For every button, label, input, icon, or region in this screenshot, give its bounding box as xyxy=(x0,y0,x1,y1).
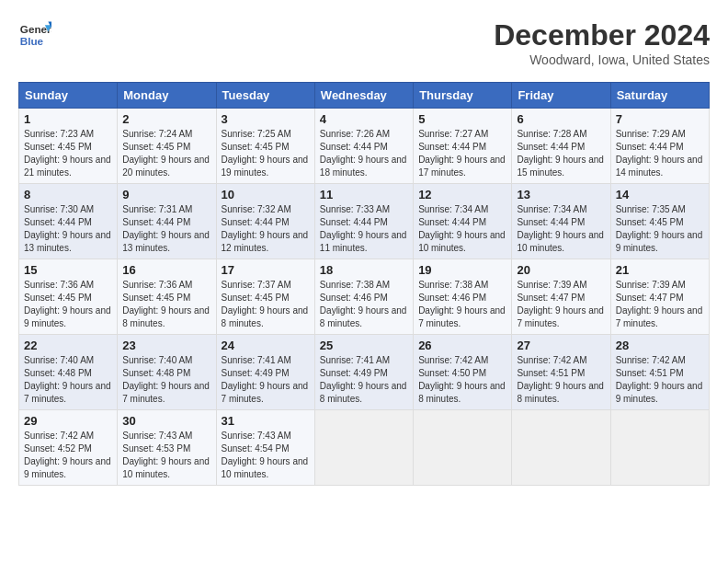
weekday-header-row: SundayMondayTuesdayWednesdayThursdayFrid… xyxy=(19,83,710,109)
calendar-cell: 3Sunrise: 7:25 AM Sunset: 4:45 PM Daylig… xyxy=(216,109,314,184)
day-info: Sunrise: 7:43 AM Sunset: 4:54 PM Dayligh… xyxy=(222,430,310,481)
calendar-cell: 13Sunrise: 7:34 AM Sunset: 4:44 PM Dayli… xyxy=(512,184,610,259)
calendar-cell: 31Sunrise: 7:43 AM Sunset: 4:54 PM Dayli… xyxy=(216,410,314,486)
day-number: 7 xyxy=(616,112,704,126)
calendar-cell: 18Sunrise: 7:38 AM Sunset: 4:46 PM Dayli… xyxy=(314,259,413,335)
day-info: Sunrise: 7:23 AM Sunset: 4:45 PM Dayligh… xyxy=(24,128,112,179)
day-info: Sunrise: 7:33 AM Sunset: 4:44 PM Dayligh… xyxy=(320,203,408,255)
day-number: 2 xyxy=(122,112,210,126)
weekday-header-tuesday: Tuesday xyxy=(216,83,314,109)
day-info: Sunrise: 7:32 AM Sunset: 4:44 PM Dayligh… xyxy=(222,203,310,255)
day-info: Sunrise: 7:42 AM Sunset: 4:50 PM Dayligh… xyxy=(418,354,506,406)
day-number: 16 xyxy=(122,263,210,277)
day-info: Sunrise: 7:34 AM Sunset: 4:44 PM Dayligh… xyxy=(418,203,506,255)
page-header: General Blue December 2024 Woodward, Iow… xyxy=(18,18,710,67)
day-info: Sunrise: 7:41 AM Sunset: 4:49 PM Dayligh… xyxy=(320,354,408,406)
weekday-header-wednesday: Wednesday xyxy=(314,83,413,109)
svg-text:General: General xyxy=(20,23,51,35)
day-info: Sunrise: 7:28 AM Sunset: 4:44 PM Dayligh… xyxy=(517,128,605,179)
title-block: December 2024 Woodward, Iowa, United Sta… xyxy=(494,18,710,67)
day-info: Sunrise: 7:39 AM Sunset: 4:47 PM Dayligh… xyxy=(517,279,605,330)
calendar-cell: 12Sunrise: 7:34 AM Sunset: 4:44 PM Dayli… xyxy=(414,184,512,259)
weekday-header-monday: Monday xyxy=(118,83,216,109)
calendar-cell: 30Sunrise: 7:43 AM Sunset: 4:53 PM Dayli… xyxy=(118,410,216,486)
calendar-cell: 11Sunrise: 7:33 AM Sunset: 4:44 PM Dayli… xyxy=(314,184,413,259)
day-number: 29 xyxy=(24,414,112,428)
calendar-table: SundayMondayTuesdayWednesdayThursdayFrid… xyxy=(18,82,710,486)
day-number: 3 xyxy=(222,112,310,126)
day-info: Sunrise: 7:38 AM Sunset: 4:46 PM Dayligh… xyxy=(320,279,408,330)
logo: General Blue xyxy=(18,18,51,52)
day-number: 31 xyxy=(222,414,310,428)
calendar-cell xyxy=(314,410,413,486)
calendar-cell: 25Sunrise: 7:41 AM Sunset: 4:49 PM Dayli… xyxy=(314,335,413,410)
day-number: 9 xyxy=(122,188,210,201)
weekday-header-saturday: Saturday xyxy=(610,83,709,109)
calendar-cell: 20Sunrise: 7:39 AM Sunset: 4:47 PM Dayli… xyxy=(512,259,610,335)
weekday-header-sunday: Sunday xyxy=(19,83,118,109)
day-number: 10 xyxy=(222,188,310,201)
day-info: Sunrise: 7:42 AM Sunset: 4:51 PM Dayligh… xyxy=(616,354,704,406)
calendar-cell: 14Sunrise: 7:35 AM Sunset: 4:45 PM Dayli… xyxy=(610,184,709,259)
calendar-cell xyxy=(610,410,709,486)
calendar-cell: 24Sunrise: 7:41 AM Sunset: 4:49 PM Dayli… xyxy=(216,335,314,410)
calendar-cell: 15Sunrise: 7:36 AM Sunset: 4:45 PM Dayli… xyxy=(19,259,118,335)
day-number: 23 xyxy=(122,339,210,352)
day-info: Sunrise: 7:40 AM Sunset: 4:48 PM Dayligh… xyxy=(122,354,210,406)
calendar-cell: 6Sunrise: 7:28 AM Sunset: 4:44 PM Daylig… xyxy=(512,109,610,184)
day-number: 18 xyxy=(320,263,408,277)
calendar-cell: 22Sunrise: 7:40 AM Sunset: 4:48 PM Dayli… xyxy=(19,335,118,410)
week-row-1: 1Sunrise: 7:23 AM Sunset: 4:45 PM Daylig… xyxy=(19,109,710,184)
day-number: 20 xyxy=(517,263,605,277)
calendar-cell: 9Sunrise: 7:31 AM Sunset: 4:44 PM Daylig… xyxy=(118,184,216,259)
day-number: 21 xyxy=(616,263,704,277)
day-info: Sunrise: 7:31 AM Sunset: 4:44 PM Dayligh… xyxy=(122,203,210,255)
calendar-cell: 28Sunrise: 7:42 AM Sunset: 4:51 PM Dayli… xyxy=(610,335,709,410)
calendar-cell: 4Sunrise: 7:26 AM Sunset: 4:44 PM Daylig… xyxy=(314,109,413,184)
day-number: 22 xyxy=(24,339,112,352)
calendar-cell: 17Sunrise: 7:37 AM Sunset: 4:45 PM Dayli… xyxy=(216,259,314,335)
day-number: 26 xyxy=(418,339,506,352)
day-number: 27 xyxy=(517,339,605,352)
day-info: Sunrise: 7:39 AM Sunset: 4:47 PM Dayligh… xyxy=(616,279,704,330)
calendar-cell: 10Sunrise: 7:32 AM Sunset: 4:44 PM Dayli… xyxy=(216,184,314,259)
day-number: 14 xyxy=(616,188,704,201)
calendar-cell: 16Sunrise: 7:36 AM Sunset: 4:45 PM Dayli… xyxy=(118,259,216,335)
week-row-2: 8Sunrise: 7:30 AM Sunset: 4:44 PM Daylig… xyxy=(19,184,710,259)
week-row-5: 29Sunrise: 7:42 AM Sunset: 4:52 PM Dayli… xyxy=(19,410,710,486)
day-number: 13 xyxy=(517,188,605,201)
day-info: Sunrise: 7:36 AM Sunset: 4:45 PM Dayligh… xyxy=(122,279,210,330)
day-info: Sunrise: 7:43 AM Sunset: 4:53 PM Dayligh… xyxy=(122,430,210,481)
calendar-cell: 21Sunrise: 7:39 AM Sunset: 4:47 PM Dayli… xyxy=(610,259,709,335)
calendar-cell: 7Sunrise: 7:29 AM Sunset: 4:44 PM Daylig… xyxy=(610,109,709,184)
day-info: Sunrise: 7:25 AM Sunset: 4:45 PM Dayligh… xyxy=(222,128,310,179)
calendar-cell: 23Sunrise: 7:40 AM Sunset: 4:48 PM Dayli… xyxy=(118,335,216,410)
day-number: 28 xyxy=(616,339,704,352)
day-info: Sunrise: 7:34 AM Sunset: 4:44 PM Dayligh… xyxy=(517,203,605,255)
weekday-header-friday: Friday xyxy=(512,83,610,109)
week-row-4: 22Sunrise: 7:40 AM Sunset: 4:48 PM Dayli… xyxy=(19,335,710,410)
day-number: 6 xyxy=(517,112,605,126)
calendar-cell: 29Sunrise: 7:42 AM Sunset: 4:52 PM Dayli… xyxy=(19,410,118,486)
day-info: Sunrise: 7:35 AM Sunset: 4:45 PM Dayligh… xyxy=(616,203,704,255)
logo-icon: General Blue xyxy=(18,18,51,52)
day-info: Sunrise: 7:24 AM Sunset: 4:45 PM Dayligh… xyxy=(122,128,210,179)
day-number: 15 xyxy=(24,263,112,277)
day-info: Sunrise: 7:38 AM Sunset: 4:46 PM Dayligh… xyxy=(418,279,506,330)
day-info: Sunrise: 7:42 AM Sunset: 4:52 PM Dayligh… xyxy=(24,430,112,481)
location: Woodward, Iowa, United States xyxy=(494,52,710,67)
day-number: 8 xyxy=(24,188,112,201)
day-number: 25 xyxy=(320,339,408,352)
day-info: Sunrise: 7:42 AM Sunset: 4:51 PM Dayligh… xyxy=(517,354,605,406)
month-title: December 2024 xyxy=(494,18,710,52)
day-info: Sunrise: 7:40 AM Sunset: 4:48 PM Dayligh… xyxy=(24,354,112,406)
calendar-cell xyxy=(512,410,610,486)
day-number: 17 xyxy=(222,263,310,277)
day-number: 4 xyxy=(320,112,408,126)
calendar-cell xyxy=(414,410,512,486)
day-info: Sunrise: 7:30 AM Sunset: 4:44 PM Dayligh… xyxy=(24,203,112,255)
day-info: Sunrise: 7:26 AM Sunset: 4:44 PM Dayligh… xyxy=(320,128,408,179)
day-number: 19 xyxy=(418,263,506,277)
day-info: Sunrise: 7:41 AM Sunset: 4:49 PM Dayligh… xyxy=(222,354,310,406)
calendar-cell: 26Sunrise: 7:42 AM Sunset: 4:50 PM Dayli… xyxy=(414,335,512,410)
